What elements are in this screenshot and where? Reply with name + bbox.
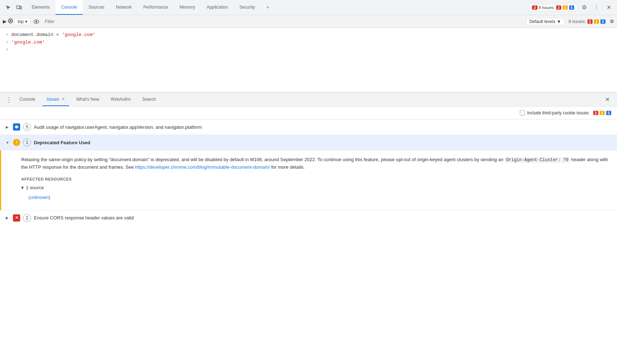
console-error-badge: 2: [587, 19, 593, 24]
cursor-icon[interactable]: [3, 2, 14, 13]
cors-error-icon: ✕: [13, 214, 20, 222]
affected-resources-section: AFFECTED RESOURCES ▾ 1 source (unknown): [21, 177, 608, 201]
audit-expand-icon: ▶: [6, 125, 10, 129]
issue-deprecated-detail: Relaxing the same-origin policy by setti…: [0, 150, 617, 210]
console-settings-icon[interactable]: ⚙: [610, 19, 614, 24]
issue-row-deprecated[interactable]: ▼ ! 1 Deprecated Feature Used: [0, 135, 617, 150]
console-output-line: ‹ 'google.com': [6, 38, 611, 46]
issues-label: 8 Issues:: [539, 5, 555, 10]
issues-info-count: 5: [606, 111, 611, 115]
issues-list: ▶ 💬 5 Audit usage of navigator.userAgent…: [0, 119, 617, 226]
close-devtools-icon[interactable]: ✕: [603, 2, 614, 13]
tab-console[interactable]: Console: [55, 0, 83, 15]
tab-security[interactable]: Security: [234, 0, 261, 15]
top-warn-count: 1: [563, 5, 568, 10]
console-command-text: document.domain = 'google.com': [11, 32, 95, 37]
audit-issue-title: Audit usage of navigator.userAgent, navi…: [34, 124, 611, 130]
level-label: Default levels: [530, 19, 555, 24]
deprecated-expand-icon: ▼: [6, 141, 10, 145]
audit-count-circle: 5: [23, 123, 31, 131]
deprecated-warn-icon: !: [13, 139, 20, 146]
issue-row-cors[interactable]: ▶ ✕ 2 Ensure CORS response header values…: [0, 210, 617, 226]
clear-console-icon[interactable]: [8, 18, 13, 24]
issues-error-count: 2: [593, 111, 598, 115]
cors-issue-title: Ensure CORS response header values are v…: [34, 215, 611, 220]
audit-icon-blue: 💬: [13, 123, 20, 131]
more-menu-icon[interactable]: ⋮: [591, 2, 602, 13]
top-info-count: 5: [569, 5, 574, 10]
panel-tab-console[interactable]: Console: [15, 93, 40, 106]
top-tab-list: Elements Console Sources Network Perform…: [26, 0, 275, 15]
issues-toolbar: Include third-party cookie issues 2 1 5: [0, 106, 617, 119]
expand-console-icon[interactable]: ▶: [3, 19, 6, 24]
issues-count-badges: 2 1 5: [593, 111, 611, 115]
console-warn-badge: 1: [594, 19, 599, 24]
tab-performance[interactable]: Performance: [138, 0, 174, 15]
panel-tab-search[interactable]: Search: [138, 93, 160, 106]
error-badge: 2: [532, 5, 537, 10]
empty-arrow: ›: [6, 47, 8, 52]
context-selector[interactable]: top ▾: [14, 18, 31, 25]
tab-elements[interactable]: Elements: [26, 0, 55, 15]
console-issue-counts[interactable]: 8 Issues: 2 1 5: [566, 18, 608, 25]
panel-dots-menu[interactable]: ⋮: [6, 96, 12, 104]
source-expand-arrow: ▾: [21, 185, 24, 190]
cors-expand-icon: ▶: [6, 216, 10, 220]
source-count-label: 1 source: [26, 185, 44, 190]
console-input-line: › document.domain = 'google.com': [6, 31, 611, 38]
top-tab-bar: Elements Console Sources Network Perform…: [0, 0, 617, 15]
input-arrow: ›: [6, 32, 8, 37]
deprecated-issue-title: Deprecated Feature Used: [34, 140, 611, 145]
third-party-label: Include third-party cookie issues: [527, 110, 589, 115]
output-arrow: ‹: [6, 40, 8, 45]
console-info-badge: 5: [600, 19, 605, 24]
third-party-cookie-filter: Include third-party cookie issues: [520, 110, 589, 115]
source-expand-row[interactable]: ▾ 1 source: [21, 185, 608, 190]
immutable-domain-link[interactable]: https://developer.chrome.com/blog/immuta…: [135, 164, 270, 170]
console-toolbar: ▶ top ▾ Default levels ▼ 8 Issues: 2 1 5…: [0, 15, 617, 28]
third-party-checkbox[interactable]: [520, 110, 525, 115]
affected-resources-label: AFFECTED RESOURCES: [21, 177, 608, 181]
cors-count-circle: 2: [23, 214, 31, 222]
issue-row-audit[interactable]: ▶ 💬 5 Audit usage of navigator.userAgent…: [0, 119, 617, 135]
context-label: top: [18, 19, 24, 24]
panel-tab-webauthn[interactable]: WebAuthn: [106, 93, 135, 106]
console-string-value: 'google.com': [62, 32, 96, 37]
settings-icon[interactable]: ⚙: [579, 2, 590, 13]
tab-application[interactable]: Application: [201, 0, 234, 15]
issues-panel: ⋮ Console Issues ✕ What's New WebAuthn S…: [0, 93, 617, 226]
issues-panel-header: ⋮ Console Issues ✕ What's New WebAuthn S…: [0, 93, 617, 106]
device-toggle-icon[interactable]: [14, 2, 24, 13]
console-content: › document.domain = 'google.com' ‹ 'goog…: [0, 28, 617, 93]
panel-close-button[interactable]: ✕: [604, 95, 611, 104]
console-filter-input[interactable]: [42, 18, 525, 26]
tab-more[interactable]: »: [261, 0, 275, 15]
issues-badge[interactable]: 2 8 Issues: 2 1 5: [529, 4, 577, 11]
eye-icon[interactable]: [32, 18, 41, 25]
tab-sources[interactable]: Sources: [83, 0, 110, 15]
top-error-count: 2: [556, 5, 561, 10]
tab-network[interactable]: Network: [110, 0, 138, 15]
source-unknown-item[interactable]: (unknown): [21, 193, 608, 201]
svg-point-6: [35, 21, 37, 22]
console-output-value: 'google.com': [11, 40, 45, 45]
panel-tab-whatsnew[interactable]: What's New: [72, 93, 104, 106]
toolbar-right: 2 8 Issues: 2 1 5 ⚙ ⋮ ✕: [529, 2, 614, 13]
issues-tab-close[interactable]: ✕: [62, 97, 65, 101]
context-arrow: ▾: [25, 19, 27, 24]
deprecated-detail-text: Relaxing the same-origin policy by setti…: [21, 156, 608, 171]
console-empty-line: ›: [6, 46, 611, 53]
panel-tab-issues[interactable]: Issues ✕: [42, 93, 69, 106]
issues-warn-count: 1: [600, 111, 605, 115]
tab-memory[interactable]: Memory: [174, 0, 201, 15]
code-origin-agent-cluster: Origin-Agent-Cluster: ?0: [505, 157, 570, 163]
deprecated-count-circle: 1: [23, 138, 31, 146]
level-selector[interactable]: Default levels ▼: [526, 18, 564, 25]
level-arrow: ▼: [557, 19, 561, 24]
